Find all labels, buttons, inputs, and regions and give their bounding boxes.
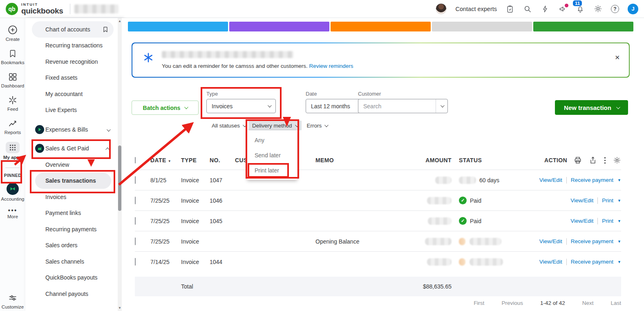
print-icon[interactable] <box>574 156 582 164</box>
rail-label: Bookmarks <box>1 60 25 65</box>
gear-icon[interactable] <box>593 4 602 13</box>
nav-label: QuickBooks payouts <box>45 274 98 281</box>
nav-item-my-accountant[interactable]: My accountant <box>32 86 114 102</box>
table-settings-gear-icon[interactable] <box>613 156 621 164</box>
nav-item-payment-links[interactable]: Payment links <box>32 205 114 222</box>
panel-scrollbar[interactable]: ▲ ▼ <box>118 18 122 311</box>
cell-type: Invoice <box>181 218 210 224</box>
quick-actions-icon[interactable] <box>541 4 550 13</box>
export-icon[interactable] <box>589 156 597 164</box>
filter-row-primary: Batch actions Type Invoices Date Last 12… <box>128 87 633 116</box>
close-icon[interactable]: ✕ <box>615 54 620 61</box>
review-reminders-link[interactable]: Review reminders <box>309 63 353 69</box>
scroll-down-arrow[interactable]: ▼ <box>118 306 122 310</box>
nav-item-overview[interactable]: Overview <box>32 157 114 173</box>
notifications-icon[interactable]: 11 <box>576 4 585 13</box>
row-checkbox[interactable] <box>135 197 136 204</box>
more-options-icon[interactable] <box>604 157 606 164</box>
action-dropdown-caret[interactable]: ▼ <box>617 219 621 223</box>
batch-actions-button[interactable]: Batch actions <box>132 101 199 115</box>
rail-item-reports[interactable]: Reports <box>4 119 21 135</box>
column-header-type[interactable]: TYPE <box>181 157 210 163</box>
rail-item-my-apps[interactable]: My apps <box>3 142 22 160</box>
column-header-date[interactable]: DATE▼ <box>150 157 181 163</box>
tasks-icon[interactable] <box>505 4 514 13</box>
rail-item-bookmarks[interactable]: Bookmarks <box>1 49 25 65</box>
print-link[interactable]: Print <box>602 218 613 224</box>
all-statuses-label: All statuses <box>212 123 240 129</box>
action-dropdown-caret[interactable]: ▼ <box>617 260 621 264</box>
view-edit-link[interactable]: View/Edit <box>570 197 593 204</box>
row-checkbox[interactable] <box>135 258 136 266</box>
pagination-last[interactable]: Last <box>610 300 621 306</box>
column-header-amount[interactable]: AMOUNT <box>415 157 452 163</box>
pagination-first[interactable]: First <box>474 300 484 306</box>
action-dropdown-caret[interactable]: ▼ <box>617 199 621 203</box>
nav-item-sales-orders[interactable]: Sales orders <box>32 237 114 254</box>
nav-item-live-experts[interactable]: Live Experts <box>32 102 114 119</box>
view-edit-link[interactable]: View/Edit <box>539 238 562 244</box>
rail-item-customize[interactable]: Customize <box>2 293 24 309</box>
column-header-no[interactable]: NO. <box>210 157 235 163</box>
print-link[interactable]: Print <box>602 197 613 204</box>
row-checkbox[interactable] <box>135 237 136 245</box>
nav-item-recurring-transactions[interactable]: Recurring transactions <box>32 38 114 54</box>
dropdown-option-print-later[interactable]: Print later <box>247 163 297 178</box>
nav-group-sales-get-paid[interactable]: Sales & Get Paid <box>32 141 114 157</box>
column-header-memo[interactable]: MEMO <box>315 157 415 163</box>
nav-item-fixed-assets[interactable]: Fixed assets <box>32 70 114 86</box>
rail-item-feed[interactable]: Feed <box>7 95 18 112</box>
view-edit-link[interactable]: View/Edit <box>570 218 593 224</box>
nav-item-sales-channels[interactable]: Sales channels <box>32 253 114 270</box>
rail-item-accounting[interactable]: Accounting <box>1 183 25 201</box>
sales-get-paid-icon <box>35 144 44 153</box>
pagination-previous[interactable]: Previous <box>501 300 523 306</box>
quickbooks-logo[interactable]: qb <box>6 3 18 15</box>
column-header-status[interactable]: STATUS <box>452 157 519 163</box>
nav-group-expenses-bills[interactable]: Expenses & Bills <box>32 121 114 138</box>
select-all-checkbox[interactable] <box>135 157 136 163</box>
dropdown-option-any[interactable]: Any <box>247 132 297 148</box>
nav-item-quickbooks-payouts[interactable]: QuickBooks payouts <box>32 270 114 286</box>
scrollbar-thumb[interactable] <box>118 145 121 211</box>
nav-item-invoices[interactable]: Invoices <box>32 189 114 205</box>
user-avatar[interactable]: J <box>628 4 638 14</box>
receive-payment-link[interactable]: Receive payment <box>571 259 613 265</box>
rail-item-dashboard[interactable]: Dashboard <box>1 72 24 88</box>
dropdown-option-send-later[interactable]: Send later <box>247 148 297 163</box>
type-select[interactable]: Invoices <box>206 99 276 113</box>
row-checkbox[interactable] <box>135 176 136 184</box>
new-transaction-button[interactable]: New transaction <box>555 100 628 115</box>
rail-item-more[interactable]: ••• More <box>7 208 18 219</box>
cell-date: 7/14/25 <box>150 259 181 265</box>
bookmark-icon[interactable] <box>102 26 109 33</box>
nav-item-recurring-payments[interactable]: Recurring payments <box>32 221 114 237</box>
receive-payment-link[interactable]: Receive payment <box>571 177 613 183</box>
search-icon[interactable] <box>523 4 532 13</box>
table-row: 7/25/25 Invoice 1046 ✓Paid View/Edit Pri… <box>135 190 621 210</box>
announcements-icon[interactable] <box>558 4 567 13</box>
nav-item-sales-transactions[interactable]: Sales transactions <box>35 173 111 189</box>
action-dropdown-caret[interactable]: ▼ <box>617 239 621 244</box>
scroll-up-arrow[interactable]: ▲ <box>118 19 122 23</box>
customer-search-input[interactable]: Search <box>358 99 448 113</box>
errors-filter[interactable]: Errors <box>307 123 328 129</box>
contact-experts-link[interactable]: Contact experts <box>455 6 497 12</box>
rail-item-create[interactable]: Create <box>6 25 20 42</box>
delivery-method-filter[interactable]: Delivery method <box>248 121 302 130</box>
pagination-next[interactable]: Next <box>582 300 594 306</box>
nav-item-channel-payouts[interactable]: Channel payouts <box>32 286 114 302</box>
receive-payment-link[interactable]: Receive payment <box>571 238 613 244</box>
nav-item-chart-of-accounts[interactable]: Chart of accounts <box>32 21 114 38</box>
action-dropdown-caret[interactable]: ▼ <box>617 178 621 182</box>
help-icon[interactable]: ? <box>611 5 619 13</box>
total-row: Total $88,635.65 <box>135 277 621 296</box>
view-edit-link[interactable]: View/Edit <box>539 177 562 183</box>
row-checkbox[interactable] <box>135 217 136 225</box>
all-statuses-filter[interactable]: All statuses <box>212 123 246 129</box>
company-name-redacted <box>74 4 119 13</box>
top-bar: qb INTUIT quickbooks Contact experts 11 … <box>0 0 644 18</box>
view-edit-link[interactable]: View/Edit <box>539 259 562 265</box>
banner-text: You can edit a reminder for te camsss an… <box>162 63 308 69</box>
nav-item-revenue-recognition[interactable]: Revenue recognition <box>32 54 114 70</box>
